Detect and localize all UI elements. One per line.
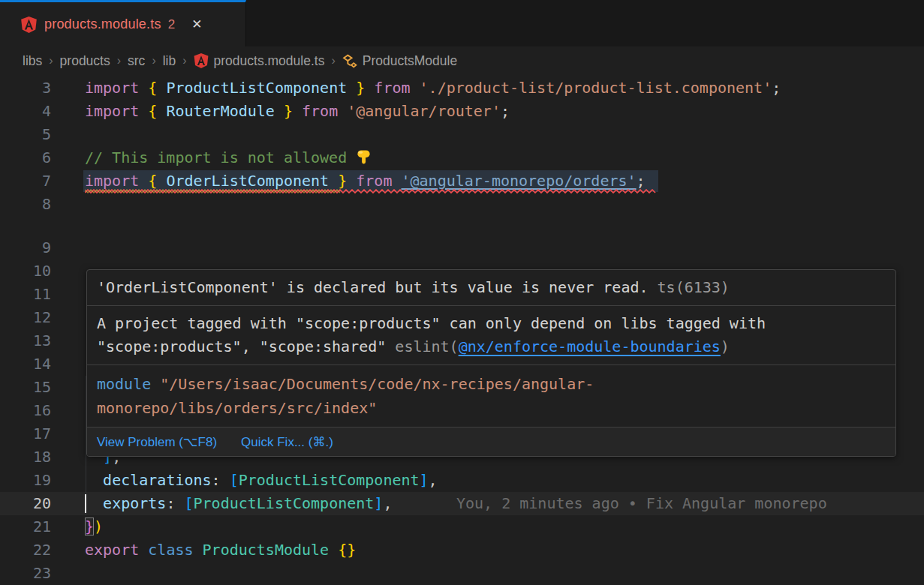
breadcrumb-label: src (128, 53, 145, 69)
token-kwb: class (148, 541, 193, 559)
hover-status-bar: View Problem (⌥F8)Quick Fix... (⌘.) (87, 428, 895, 456)
breadcrumb-item-src[interactable]: src (128, 53, 145, 69)
token-str: '@angular/router' (347, 102, 501, 120)
hover-row: A project tagged with "scope:products" c… (97, 312, 886, 335)
code-line-4[interactable]: 4import { RouterModule } from '@angular/… (0, 100, 924, 123)
hover-section-2: A project tagged with "scope:products" c… (87, 306, 895, 364)
line-number[interactable]: 7 (0, 170, 51, 193)
code-line-9[interactable]: 9 (0, 236, 924, 260)
line-number[interactable]: 10 (0, 260, 51, 283)
breadcrumb-item-libs[interactable]: libs (23, 53, 42, 69)
breadcrumb-item-lib[interactable]: lib (163, 53, 176, 69)
line-number[interactable]: 9 (0, 236, 51, 260)
token-punc (85, 471, 103, 489)
token-b1: {} (338, 541, 356, 559)
token-punc: : (166, 494, 184, 512)
token-punc: : (212, 471, 230, 489)
line-number[interactable]: 20 (0, 492, 51, 515)
code-line-21[interactable]: 21}) (0, 515, 924, 538)
breadcrumb-separator: › (117, 54, 121, 68)
line-number[interactable]: 5 (0, 123, 51, 146)
code-text: import { RouterModule } from '@angular/r… (85, 100, 510, 123)
token-type: ProductsModule (203, 541, 330, 559)
line-number[interactable]: 13 (0, 329, 51, 352)
token-kw: import (85, 79, 139, 97)
token-punc: , (429, 471, 438, 489)
line-number[interactable]: 15 (0, 376, 51, 399)
line-number[interactable]: 6 (0, 146, 51, 170)
breadcrumb-label: lib (163, 53, 176, 69)
breadcrumb-item-productsmodule[interactable]: ProductsModule (342, 53, 457, 69)
line-number[interactable]: 14 (0, 352, 51, 376)
code-line-8[interactable]: 8 (0, 193, 924, 216)
breadcrumb-label: products.module.ts (214, 53, 325, 69)
token-b3: ] (420, 471, 429, 489)
eslint-rule-link[interactable]: @nx/enforce-module-boundaries (459, 338, 721, 356)
hover-text: A project tagged with "scope:products" c… (97, 314, 766, 332)
token-punc (157, 172, 166, 190)
line-number[interactable]: 16 (0, 399, 51, 422)
code-line-6[interactable]: 6// This import is not allowed (0, 146, 924, 170)
token-b1: } (284, 102, 293, 120)
line-number[interactable]: 23 (0, 562, 51, 585)
token-lnk[interactable]: '@angular-monorepo/orders' (402, 172, 637, 190)
token-punc: ; (772, 79, 781, 97)
breadcrumb-item-products[interactable]: products (60, 53, 110, 69)
token-kw: from (302, 102, 338, 120)
token-imp: ProductListComponent (166, 79, 347, 97)
code-line-5[interactable]: 5 (0, 123, 924, 146)
breadcrumb-separator: › (49, 54, 53, 68)
class-icon (342, 53, 357, 68)
code-line-3[interactable]: 3import { ProductListComponent } from '.… (0, 76, 924, 100)
token-b1: { (148, 102, 157, 120)
token-b1: { (148, 172, 157, 190)
line-number[interactable]: 21 (0, 515, 51, 538)
token-punc (347, 79, 356, 97)
breadcrumb-separator: › (331, 54, 335, 68)
token-punc (392, 172, 401, 190)
hover-text: "/Users/isaac/Documents/code/nx-recipes/… (151, 375, 594, 393)
hover-text: module (97, 375, 151, 393)
line-number[interactable]: 17 (0, 422, 51, 446)
line-number[interactable]: 19 (0, 469, 51, 492)
token-punc (85, 494, 103, 512)
token-b1: { (148, 79, 157, 97)
code-line-23[interactable]: 23 (0, 562, 924, 585)
breadcrumb-label: libs (23, 53, 42, 69)
error-hover-popup: 'OrderListComponent' is declared but its… (86, 269, 896, 457)
token-str: './product-list/product-list.component' (420, 79, 772, 97)
line-number[interactable]: 8 (0, 193, 51, 216)
token-punc (329, 541, 338, 559)
code-text: declarations: [ProductListComponent], (85, 469, 438, 492)
token-b3: [ (184, 494, 193, 512)
code-text: exports: [ProductListComponent], (85, 492, 392, 515)
code-line-22[interactable]: 22export class ProductsModule {} (0, 538, 924, 562)
line-number[interactable]: 12 (0, 306, 51, 329)
token-type: ProductListComponent (194, 494, 375, 512)
code-line-20[interactable]: 20 exports: [ProductListComponent],You, … (0, 492, 924, 515)
editor[interactable]: 3import { ProductListComponent } from '.… (0, 75, 924, 585)
code-line-7[interactable]: 7import { OrderListComponent } from '@an… (0, 170, 924, 193)
view-problem-action[interactable]: View Problem (⌥F8) (97, 434, 217, 450)
token-kw: export (85, 541, 139, 559)
hover-text: 'OrderListComponent' is declared but its… (97, 278, 658, 296)
code-line-19[interactable]: 19 declarations: [ProductListComponent], (0, 469, 924, 492)
tab-title: products.module.ts (44, 16, 161, 32)
quick-fix-action[interactable]: Quick Fix... (⌘.) (241, 434, 333, 450)
hover-row: "scope:products", "scope:shared" eslint(… (97, 335, 886, 358)
close-icon[interactable]: ✕ (191, 16, 202, 32)
hover-section-3: module "/Users/isaac/Documents/code/nx-r… (87, 365, 895, 427)
breadcrumb-item-products-module-ts[interactable]: products.module.ts (194, 53, 325, 69)
tab-products-module[interactable]: products.module.ts 2 ✕ (0, 0, 246, 46)
line-number[interactable]: 3 (0, 76, 51, 100)
token-cmt: // This import is not allowed (85, 148, 356, 166)
line-number[interactable]: 11 (0, 283, 51, 306)
token-b1: ) (94, 518, 103, 536)
line-number[interactable]: 4 (0, 100, 51, 123)
breadcrumb: libs›products›src›lib›products.module.ts… (0, 46, 924, 75)
tab-strip: products.module.ts 2 ✕ (0, 0, 924, 46)
token-imp: OrderListComponent (166, 172, 329, 190)
token-punc (338, 102, 347, 120)
line-number[interactable]: 22 (0, 538, 51, 562)
line-number[interactable]: 18 (0, 446, 51, 469)
